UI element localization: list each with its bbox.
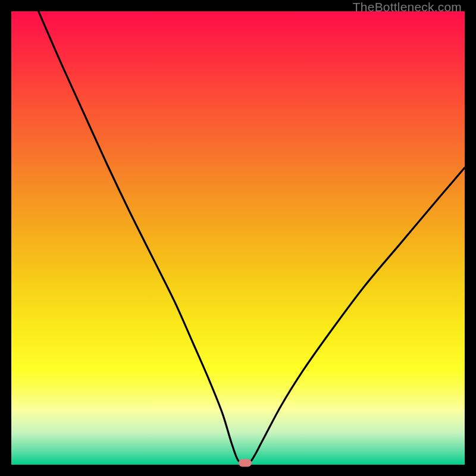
watermark-text: TheBottleneck.com <box>353 0 462 14</box>
gradient-background <box>11 11 465 465</box>
chart-frame <box>11 11 465 465</box>
optimum-marker <box>239 459 252 466</box>
chart-svg <box>11 11 465 465</box>
